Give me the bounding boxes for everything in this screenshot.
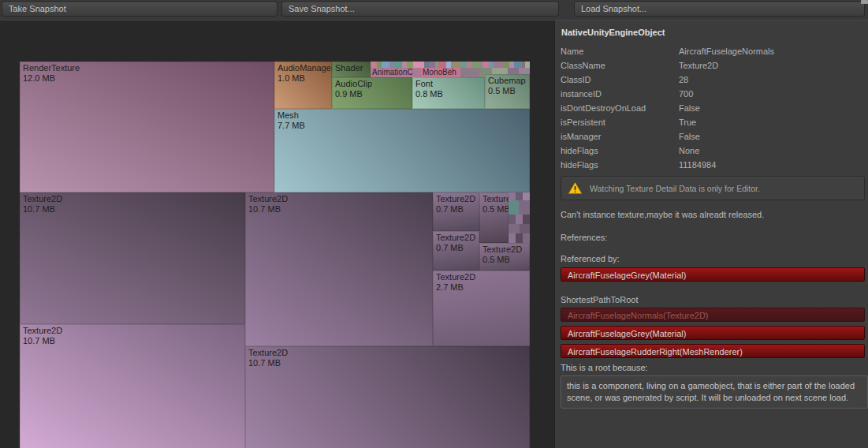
block-name: Texture2D <box>479 243 530 255</box>
shortest-path-item[interactable]: AircraftFuselageNormals(Texture2D) <box>561 308 865 322</box>
warning-icon <box>568 181 583 195</box>
block-size: 10.7 MB <box>245 204 433 215</box>
property-value: None <box>679 146 699 155</box>
treemap-block[interactable]: Cubemap0.5 MB <box>485 74 530 109</box>
treemap-block[interactable]: Texture2D0.5 MB <box>479 243 530 271</box>
treemap-cell[interactable] <box>407 62 413 68</box>
mosaic-row <box>509 233 530 243</box>
property-row: hideFlagsNone <box>561 144 865 158</box>
treemap-cell[interactable] <box>471 62 479 68</box>
property-value: False <box>679 103 700 113</box>
treemap-block[interactable]: Texture2D10.7 MB <box>245 346 530 448</box>
shortest-path-item[interactable]: AircraftFuselageGrey(Material) <box>561 326 865 340</box>
treemap-cell[interactable] <box>371 62 377 68</box>
treemap-block[interactable]: Texture2D10.7 MB <box>20 324 245 448</box>
treemap-cell[interactable] <box>460 62 467 68</box>
treemap-block[interactable]: Texture2D10.7 MB <box>245 192 433 346</box>
take-snapshot-button[interactable]: Take Snapshot <box>2 2 278 17</box>
block-name: RenderTexture <box>20 62 274 73</box>
treemap-cell[interactable] <box>523 233 530 243</box>
treemap-block[interactable]: Texture2D2.7 MB <box>433 271 530 346</box>
shortest-path-label: ShortestPathToRoot <box>561 295 865 304</box>
block-name: AudioClip <box>332 77 412 89</box>
block-name: AudioManager <box>274 62 332 73</box>
treemap-cell[interactable] <box>514 62 522 68</box>
block-size: 0.9 MB <box>332 89 412 99</box>
treemap-cell[interactable] <box>509 224 520 233</box>
mosaic-row <box>509 200 530 215</box>
property-key: ClassID <box>561 75 679 84</box>
property-row: hideFlags11184984 <box>561 158 865 172</box>
block-size: 0.5 MB <box>479 255 530 265</box>
load-snapshot-button[interactable]: Load Snapshot... <box>574 2 865 17</box>
treemap-cell[interactable] <box>516 233 523 243</box>
treemap-cell[interactable] <box>429 62 435 68</box>
property-value: 700 <box>679 89 693 99</box>
object-type-header: NativeUnityEngineObject <box>561 28 865 37</box>
treemap-cell[interactable] <box>438 62 446 68</box>
shortest-path-item[interactable]: AircraftFuselageRudderRight(MeshRenderer… <box>561 344 865 358</box>
treemap-block[interactable]: Texture2D10.7 MB <box>20 192 245 324</box>
treemap-block[interactable]: Mesh7.7 MB <box>274 109 530 192</box>
treemap-cell[interactable] <box>509 215 516 224</box>
block-name: Cubemap <box>485 74 530 86</box>
block-size: 10.7 MB <box>20 336 245 346</box>
referenced-by-item[interactable]: AircraftFuselageGrey(Material) <box>561 267 865 282</box>
treemap-cell[interactable] <box>509 233 516 243</box>
treemap-cell[interactable]: MonoBeh <box>421 68 460 77</box>
block-name: Font <box>412 77 485 89</box>
treemap-block[interactable]: AudioManager1.0 MB <box>274 62 332 109</box>
treemap-block[interactable]: Texture2D0.5 MB <box>479 192 509 243</box>
treemap-cell[interactable] <box>520 224 530 233</box>
treemap-cell[interactable] <box>503 62 509 68</box>
memory-treemap-canvas: AnimationCMonoBehRenderTexture12.0 MBAud… <box>0 21 554 448</box>
property-key: instanceID <box>561 89 679 99</box>
memory-treemap: AnimationCMonoBehRenderTexture12.0 MBAud… <box>20 62 530 448</box>
treemap-cell[interactable] <box>382 62 389 68</box>
treemap-cell[interactable] <box>519 200 530 215</box>
scrollbar-nub[interactable] <box>861 0 868 4</box>
treemap-cell[interactable] <box>516 192 523 200</box>
treemap-block[interactable]: Font0.8 MB <box>412 77 485 109</box>
block-name: Texture2D <box>433 271 530 282</box>
block-name: Mesh <box>274 109 530 121</box>
snapshot-toolbar: Take Snapshot Save Snapshot... Load Snap… <box>0 0 868 21</box>
property-key: hideFlags <box>561 146 679 155</box>
treemap-cell[interactable] <box>413 62 424 68</box>
treemap-cell[interactable] <box>460 68 479 77</box>
block-size: 2.7 MB <box>433 282 530 293</box>
property-key: isDontDestroyOnLoad <box>561 103 679 113</box>
property-value: 11184984 <box>679 160 716 170</box>
block-size: 0.7 MB <box>433 243 479 253</box>
treemap-cell[interactable] <box>451 62 460 68</box>
mosaic-row <box>509 224 530 233</box>
mosaic-row <box>371 62 530 68</box>
property-row: instanceID700 <box>561 87 865 101</box>
treemap-cell[interactable] <box>523 192 530 200</box>
root-because-text: this is a component, living on a gameobj… <box>561 375 868 409</box>
block-name: Texture2D <box>245 346 530 358</box>
treemap-block[interactable]: Texture2D0.7 MB <box>433 231 479 271</box>
block-size: 0.8 MB <box>412 89 485 99</box>
treemap-cell[interactable] <box>525 62 530 68</box>
block-name: Shader <box>332 62 371 73</box>
treemap-cell[interactable] <box>482 62 489 68</box>
property-value: Texture2D <box>679 61 718 70</box>
treemap-cell[interactable] <box>494 62 503 68</box>
treemap-cell[interactable] <box>516 215 523 224</box>
treemap-block[interactable]: AudioClip0.9 MB <box>332 77 412 109</box>
treemap-block[interactable]: RenderTexture12.0 MB <box>20 62 274 192</box>
treemap-block[interactable]: Texture2D0.7 MB <box>433 192 479 231</box>
treemap-cell[interactable] <box>509 192 516 200</box>
treemap-block[interactable]: Shader <box>332 62 371 77</box>
block-name: Texture2D <box>20 324 245 336</box>
block-size: 0.5 MB <box>485 86 530 96</box>
save-snapshot-button[interactable]: Save Snapshot... <box>281 2 559 17</box>
treemap-cell[interactable] <box>393 62 402 68</box>
block-size: 7.7 MB <box>274 121 530 131</box>
treemap-mosaic <box>509 192 530 243</box>
block-size: 1.0 MB <box>274 73 332 84</box>
treemap-cell[interactable] <box>509 200 519 215</box>
treemap-cell[interactable] <box>523 215 530 224</box>
treemap-cell[interactable]: AnimationC <box>371 68 421 77</box>
